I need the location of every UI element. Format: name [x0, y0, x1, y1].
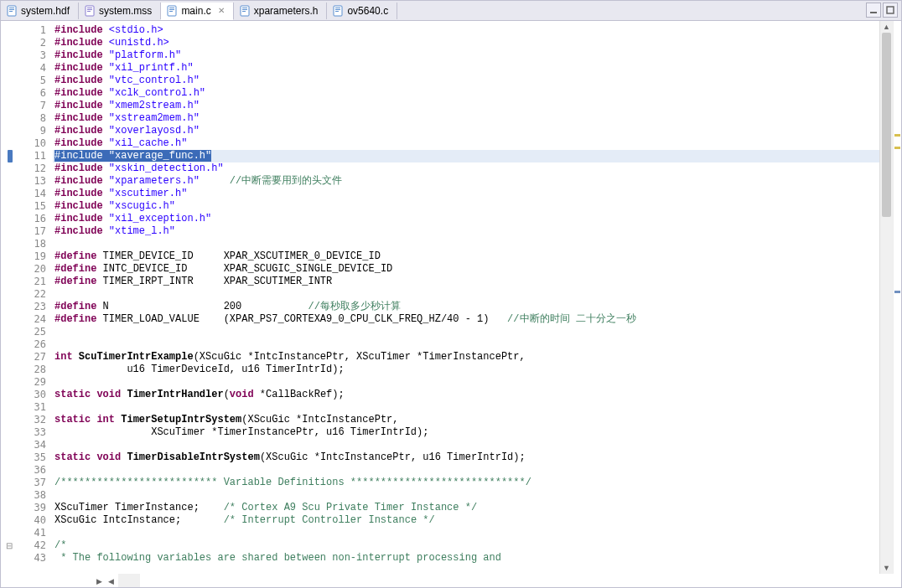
code-line[interactable]: #include "xscutimer.h" — [53, 188, 879, 200]
marker-slot[interactable] — [1, 87, 18, 100]
code-line[interactable] — [53, 326, 879, 338]
code-line[interactable]: #include "vtc_control.h" — [53, 75, 879, 87]
marker-slot[interactable] — [1, 477, 18, 489]
code-line[interactable]: #include "xskin_detection.h" — [53, 162, 879, 175]
minimize-button[interactable] — [866, 3, 881, 18]
marker-slot[interactable] — [1, 514, 18, 527]
code-line[interactable]: static void TimerDisableIntrSystem(XScuG… — [53, 451, 879, 464]
scroll-up-arrow[interactable]: ▲ — [880, 21, 893, 33]
marker-slot[interactable] — [1, 137, 18, 150]
code-line[interactable] — [53, 527, 879, 539]
code-line[interactable]: #define TIMER_IRPT_INTR XPAR_SCUTIMER_IN… — [53, 276, 879, 288]
marker-slot[interactable] — [1, 364, 18, 376]
code-line[interactable]: #include "xmem2stream.h" — [53, 100, 879, 112]
code-line[interactable]: /* — [53, 539, 879, 552]
tab-system-mss[interactable]: system.mss — [79, 3, 161, 19]
code-line[interactable]: #include <stdio.h> — [53, 24, 879, 37]
code-line[interactable]: #define N 200 //每秒取多少秒计算 — [53, 301, 879, 313]
code-line[interactable]: #include "xoverlayosd.h" — [53, 125, 879, 137]
marker-slot[interactable] — [1, 401, 18, 414]
code-line[interactable]: #include <unistd.h> — [53, 37, 879, 49]
marker-slot[interactable] — [1, 213, 18, 225]
tab-xparameters-h[interactable]: xparameters.h — [234, 3, 328, 19]
marker-slot[interactable] — [1, 502, 18, 514]
marker-slot[interactable] — [1, 250, 18, 263]
marker-slot[interactable] — [1, 426, 18, 439]
code-line[interactable] — [53, 439, 879, 451]
marker-slot[interactable] — [1, 75, 18, 87]
marker-slot[interactable] — [1, 338, 18, 351]
vertical-scrollbar[interactable]: ▲ ▼ — [879, 21, 893, 574]
code-line[interactable]: #include "xil_printf.h" — [53, 62, 879, 75]
code-area[interactable]: #include <stdio.h>#include <unistd.h>#in… — [53, 21, 879, 574]
scroll-down-arrow[interactable]: ▼ — [880, 562, 893, 574]
code-line[interactable]: XScuTimer *TimerInstancePtr, u16 TimerIn… — [53, 426, 879, 439]
overview-mark[interactable] — [894, 134, 900, 137]
maximize-button[interactable] — [883, 3, 898, 18]
code-line[interactable]: #define TIMER_LOAD_VALUE (XPAR_PS7_CORTE… — [53, 313, 879, 326]
code-line[interactable]: #define INTC_DEVICE_ID XPAR_SCUGIC_SINGL… — [53, 263, 879, 276]
marker-slot[interactable] — [1, 150, 18, 162]
code-line[interactable]: #include "platform.h" — [53, 49, 879, 62]
marker-slot[interactable] — [1, 37, 18, 49]
code-line[interactable]: #define TIMER_DEVICE_ID XPAR_XSCUTIMER_0… — [53, 250, 879, 263]
scroll-right-arrow[interactable]: ▶ — [93, 575, 105, 587]
marker-slot[interactable] — [1, 200, 18, 213]
code-line[interactable]: static void TimerIntrHandler(void *CallB… — [53, 389, 879, 401]
marker-slot[interactable] — [1, 376, 18, 389]
breakpoint-marker[interactable] — [8, 150, 13, 162]
marker-slot[interactable] — [1, 162, 18, 175]
code-line[interactable]: static int TimerSetupIntrSystem(XScuGic … — [53, 414, 879, 426]
code-line[interactable] — [53, 338, 879, 351]
tab-ov5640-c[interactable]: ov5640.c — [327, 3, 397, 19]
scroll-thumb[interactable] — [882, 33, 891, 217]
marker-slot[interactable] — [1, 439, 18, 451]
marker-slot[interactable] — [1, 489, 18, 502]
code-line[interactable]: u16 TimerDeviceId, u16 TimerIntrId); — [53, 364, 879, 376]
marker-slot[interactable] — [1, 49, 18, 62]
tab-system-hdf[interactable]: system.hdf — [1, 3, 79, 19]
marker-slot[interactable] — [1, 263, 18, 276]
code-line[interactable]: XScuTimer TimerInstance; /* Cortex A9 Sc… — [53, 502, 879, 514]
code-line[interactable]: #include "xtime_l.h" — [53, 225, 879, 238]
code-line[interactable]: /************************** Variable Def… — [53, 477, 879, 489]
marker-slot[interactable]: ⊟ — [1, 539, 18, 552]
marker-slot[interactable] — [1, 326, 18, 338]
marker-slot[interactable] — [1, 175, 18, 188]
code-line[interactable] — [53, 238, 879, 250]
marker-slot[interactable] — [1, 24, 18, 37]
code-line[interactable] — [53, 288, 879, 301]
marker-slot[interactable] — [1, 389, 18, 401]
code-line[interactable] — [53, 401, 879, 414]
code-line[interactable]: #include "xaverage_func.h" — [53, 150, 879, 162]
marker-slot[interactable] — [1, 225, 18, 238]
overview-mark[interactable] — [894, 147, 900, 149]
code-line[interactable]: #include "xstream2mem.h" — [53, 112, 879, 125]
marker-slot[interactable] — [1, 313, 18, 326]
overview-ruler[interactable] — [893, 21, 901, 574]
marker-slot[interactable] — [1, 238, 18, 250]
code-line[interactable] — [53, 464, 879, 477]
code-line[interactable] — [53, 376, 879, 389]
code-line[interactable]: #include "xil_exception.h" — [53, 213, 879, 225]
marker-slot[interactable] — [1, 112, 18, 125]
marker-slot[interactable] — [1, 552, 18, 565]
code-line[interactable]: #include "xparameters.h" //中断需要用到的头文件 — [53, 175, 879, 188]
code-line[interactable]: #include "xil_cache.h" — [53, 137, 879, 150]
marker-slot[interactable] — [1, 276, 18, 288]
scroll-left-arrow[interactable]: ◀ — [105, 575, 117, 587]
close-icon[interactable]: ✕ — [218, 6, 225, 15]
code-line[interactable]: #include "xclk_control.h" — [53, 87, 879, 100]
marker-slot[interactable] — [1, 301, 18, 313]
overview-mark[interactable] — [894, 291, 900, 293]
code-line[interactable]: XScuGic IntcInstance; /* Interrupt Contr… — [53, 514, 879, 527]
tab-main-c[interactable]: main.c✕ — [161, 3, 233, 20]
marker-slot[interactable] — [1, 100, 18, 112]
marker-slot[interactable] — [1, 414, 18, 426]
marker-slot[interactable] — [1, 351, 18, 364]
fold-icon[interactable]: ⊟ — [6, 541, 13, 550]
code-line[interactable]: * The following variables are shared bet… — [53, 552, 879, 565]
marker-slot[interactable] — [1, 125, 18, 137]
marker-slot[interactable] — [1, 451, 18, 464]
code-line[interactable]: #include "xscugic.h" — [53, 200, 879, 213]
